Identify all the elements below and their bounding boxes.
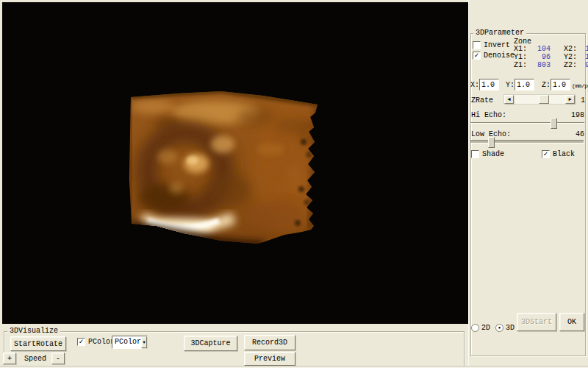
start-rotate-button[interactable]: StartRotate: [10, 336, 66, 351]
chevron-down-icon: ▼: [143, 340, 146, 345]
hi-echo-value: 198: [562, 111, 584, 119]
app-window: { "colors": { "panel": "#ece9d8", "viewp…: [0, 0, 588, 368]
radio-2d-label: 2D: [481, 324, 490, 332]
scale-y-input[interactable]: [514, 79, 534, 91]
pcolor-checkmark-icon: ✓: [79, 339, 83, 345]
zone-z1-value: 803: [530, 61, 551, 69]
record3d-button[interactable]: Record3D: [244, 335, 295, 350]
low-echo-slider-thumb[interactable]: [488, 137, 495, 148]
radio-3d-row[interactable]: ● 3D: [495, 324, 514, 332]
zone-y1-label: Y1:: [514, 53, 530, 61]
hi-echo-label: Hi Echo:: [471, 111, 506, 119]
zrate-scroll-right-button[interactable]: ►: [565, 95, 575, 104]
denoise-checkbox[interactable]: ✓: [473, 52, 481, 60]
ultrasound-3d-render: [2, 2, 468, 324]
ultrasound-volume: [120, 82, 333, 255]
denoise-checkmark-icon: ✓: [474, 52, 478, 59]
zone-y2-value: 180: [580, 53, 588, 61]
scale-z-label: Z:: [542, 81, 551, 89]
zone-z2-label: Z2:: [564, 61, 580, 69]
shade-checkbox[interactable]: [471, 150, 479, 158]
visualize-group-title: 3DVisualize: [7, 328, 60, 335]
zone-z2-value: 941: [580, 61, 588, 69]
zone-row-y: Y1: 96 Y2: 180: [514, 53, 588, 61]
zone-y2-label: Y2:: [564, 53, 580, 61]
render-viewport[interactable]: [2, 2, 468, 324]
zone-y1-value: 96: [530, 53, 551, 61]
zone-row-z: Z1: 803 Z2: 941: [514, 61, 588, 69]
hi-echo-slider-track[interactable]: [470, 122, 584, 124]
zone-table: X1: 104 X2: 189 Y1: 96 Y2: 180 Z1: 803 Z…: [514, 45, 588, 69]
arrow-left-icon: ◄: [507, 96, 510, 103]
shade-checkbox-row[interactable]: Shade: [471, 150, 504, 158]
zone-z1-label: Z1:: [514, 61, 530, 69]
pcolor-checkbox-row[interactable]: ✓ PColor: [77, 338, 115, 346]
preview-button[interactable]: Preview: [244, 352, 295, 366]
zone-x2-label: X2:: [564, 45, 580, 53]
zone-x1-value: 104: [530, 45, 551, 53]
scale-y-label: Y:: [506, 81, 514, 89]
invert-label: Invert: [484, 41, 510, 49]
pcolor-dropdown-value: PColor: [112, 336, 141, 348]
radio-3d-dot-icon: ●: [498, 326, 501, 330]
speed-label: Speed: [24, 355, 46, 363]
parameter-group-title: 3DParameter: [473, 29, 526, 37]
zrate-value: 1: [581, 96, 585, 105]
zrate-scrollbar[interactable]: ◄ ►: [503, 94, 576, 105]
invert-checkbox-row[interactable]: Invert: [473, 41, 510, 49]
denoise-label: Denoise: [484, 52, 514, 60]
scale-x-input[interactable]: [479, 79, 499, 91]
pcolor-checkbox[interactable]: ✓: [77, 338, 85, 346]
black-checkmark-icon: ✓: [543, 151, 548, 158]
black-label: Black: [553, 150, 575, 158]
zrate-scroll-left-button[interactable]: ◄: [504, 95, 514, 104]
zrate-scroll-track[interactable]: [514, 95, 565, 104]
ok-button[interactable]: OK: [559, 313, 584, 331]
radio-3d[interactable]: ●: [495, 324, 503, 332]
speed-plus-button[interactable]: +: [3, 353, 16, 364]
radio-2d[interactable]: [471, 324, 479, 332]
zrate-label: ZRate: [471, 96, 493, 105]
zrate-scroll-thumb[interactable]: [539, 95, 549, 104]
black-checkbox-row[interactable]: ✓ Black: [542, 150, 575, 158]
scale-unit-label: (mm/p): [572, 82, 588, 90]
arrow-right-icon: ►: [568, 96, 571, 103]
zone-x2-value: 189: [580, 45, 588, 53]
3dcapture-button[interactable]: 3DCapture: [184, 336, 237, 351]
scale-z-input[interactable]: [551, 79, 570, 91]
black-checkbox[interactable]: ✓: [542, 150, 550, 158]
zone-row-x: X1: 104 X2: 189: [514, 45, 588, 53]
invert-checkbox[interactable]: [473, 41, 481, 49]
hi-echo-slider-thumb[interactable]: [551, 118, 557, 129]
speed-minus-button[interactable]: -: [51, 353, 65, 364]
radio-3d-label: 3D: [506, 324, 514, 332]
3dstart-button[interactable]: 3DStart: [517, 313, 556, 331]
denoise-checkbox-row[interactable]: ✓ Denoise: [473, 52, 514, 60]
pcolor-label: PColor: [88, 338, 115, 346]
radio-2d-row[interactable]: 2D: [471, 324, 490, 332]
pcolor-dropdown-button[interactable]: ▼: [141, 336, 147, 348]
zone-x1-label: X1:: [514, 45, 530, 53]
shade-label: Shade: [482, 150, 504, 158]
pcolor-dropdown[interactable]: PColor ▼: [112, 336, 148, 349]
low-echo-value: 46: [562, 130, 584, 138]
scale-x-label: X:: [470, 81, 479, 89]
